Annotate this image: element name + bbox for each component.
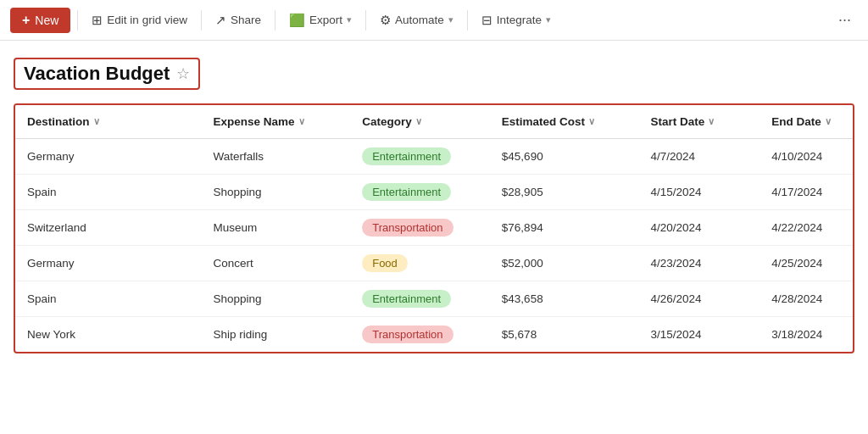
col-header-cost[interactable]: Estimated Cost ∨ [490, 105, 639, 139]
cell-expense: Waterfalls [202, 139, 351, 175]
col-header-start[interactable]: Start Date ∨ [638, 105, 760, 139]
end-col-label: End Date [771, 115, 821, 128]
title-row: Vacation Budget ☆ [14, 58, 854, 90]
cell-expense: Shopping [202, 281, 351, 317]
title-box: Vacation Budget ☆ [14, 58, 200, 90]
plus-icon: + [22, 13, 30, 28]
cell-expense: Shopping [202, 175, 351, 210]
expense-col-label: Expense Name [214, 115, 295, 128]
col-header-end[interactable]: End Date ∨ [760, 105, 853, 139]
start-sort-icon: ∨ [708, 116, 715, 127]
cell-destination: New York [15, 317, 202, 353]
cell-destination: Switzerland [15, 210, 202, 246]
data-table: Destination ∨ Expense Name ∨ Category [15, 105, 853, 352]
integrate-button[interactable]: ⊟ Integrate ▾ [475, 8, 558, 32]
cell-cost: $52,000 [490, 246, 639, 281]
table-row[interactable]: Germany Waterfalls Entertainment $45,690… [15, 139, 853, 175]
separator-4 [365, 10, 366, 31]
export-label: Export [309, 14, 342, 26]
col-header-expense[interactable]: Expense Name ∨ [202, 105, 351, 139]
category-badge: Transportation [362, 326, 453, 343]
toolbar: + New ⊞ Edit in grid view ↗ Share 🟩 Expo… [0, 0, 868, 41]
category-badge: Entertainment [362, 183, 451, 201]
col-header-destination[interactable]: Destination ∨ [15, 105, 202, 139]
integrate-label: Integrate [497, 14, 542, 26]
separator-5 [467, 10, 468, 31]
automate-button[interactable]: ⚙ Automate ▾ [373, 8, 460, 32]
cell-start: 4/15/2024 [638, 175, 760, 210]
table-header: Destination ∨ Expense Name ∨ Category [15, 105, 853, 139]
table-row[interactable]: New York Ship riding Transportation $5,6… [15, 317, 853, 353]
cell-category: Entertainment [350, 281, 490, 317]
cell-cost: $45,690 [490, 139, 639, 175]
new-button-label: New [35, 14, 58, 27]
share-label: Share [231, 14, 261, 26]
cell-end: 4/10/2024 [760, 139, 853, 175]
automate-label: Automate [395, 14, 444, 26]
category-badge: Food [362, 254, 408, 272]
destination-col-label: Destination [27, 115, 90, 128]
cell-category: Food [350, 246, 490, 281]
category-badge: Entertainment [362, 147, 451, 165]
page-content: Vacation Budget ☆ Destination ∨ Expense … [0, 41, 868, 353]
table-row[interactable]: Spain Shopping Entertainment $28,905 4/1… [15, 175, 853, 210]
export-icon: 🟩 [289, 13, 305, 28]
cell-end: 4/17/2024 [760, 175, 853, 210]
cell-end: 4/28/2024 [760, 281, 853, 317]
integrate-icon: ⊟ [481, 13, 492, 28]
separator-1 [77, 10, 78, 31]
separator-3 [275, 10, 275, 31]
header-row: Destination ∨ Expense Name ∨ Category [15, 105, 853, 139]
cell-start: 4/7/2024 [638, 139, 760, 175]
destination-sort-icon: ∨ [93, 116, 100, 127]
share-button[interactable]: ↗ Share [209, 8, 268, 32]
cost-col-label: Estimated Cost [502, 115, 585, 128]
category-sort-icon: ∨ [415, 116, 422, 127]
cell-destination: Spain [15, 281, 202, 317]
export-chevron-icon: ▾ [347, 14, 352, 25]
page-title: Vacation Budget [24, 63, 170, 85]
cell-end: 4/22/2024 [760, 210, 853, 246]
cost-sort-icon: ∨ [588, 116, 595, 127]
cell-destination: Germany [15, 246, 202, 281]
automate-icon: ⚙ [380, 13, 391, 28]
category-badge: Transportation [362, 219, 453, 236]
edit-grid-button[interactable]: ⊞ Edit in grid view [85, 8, 194, 32]
data-table-wrapper: Destination ∨ Expense Name ∨ Category [14, 103, 854, 353]
share-icon: ↗ [215, 13, 226, 28]
separator-2 [201, 10, 202, 31]
integrate-chevron-icon: ▾ [546, 14, 551, 25]
cell-destination: Germany [15, 139, 202, 175]
more-button[interactable]: ··· [832, 8, 858, 32]
table-row[interactable]: Spain Shopping Entertainment $43,658 4/2… [15, 281, 853, 317]
table-row[interactable]: Germany Concert Food $52,000 4/23/2024 4… [15, 246, 853, 281]
cell-cost: $5,678 [490, 317, 639, 353]
grid-icon: ⊞ [92, 13, 103, 28]
cell-cost: $76,894 [490, 210, 639, 246]
start-col-label: Start Date [650, 115, 704, 128]
cell-category: Entertainment [350, 139, 490, 175]
table-body: Germany Waterfalls Entertainment $45,690… [15, 139, 853, 353]
col-header-category[interactable]: Category ∨ [350, 105, 490, 139]
cell-category: Transportation [350, 317, 490, 353]
cell-expense: Ship riding [202, 317, 351, 353]
cell-category: Entertainment [350, 175, 490, 210]
new-button[interactable]: + New [10, 8, 70, 33]
expense-sort-icon: ∨ [298, 116, 305, 127]
cell-start: 4/20/2024 [638, 210, 760, 246]
cell-expense: Museum [202, 210, 351, 246]
cell-start: 3/15/2024 [638, 317, 760, 353]
cell-end: 3/18/2024 [760, 317, 853, 353]
cell-end: 4/25/2024 [760, 246, 853, 281]
edit-grid-label: Edit in grid view [107, 14, 187, 26]
cell-cost: $28,905 [490, 175, 639, 210]
export-button[interactable]: 🟩 Export ▾ [282, 8, 359, 32]
star-icon[interactable]: ☆ [176, 64, 190, 83]
end-sort-icon: ∨ [825, 116, 832, 127]
cell-cost: $43,658 [490, 281, 639, 317]
category-badge: Entertainment [362, 290, 451, 308]
category-col-label: Category [362, 115, 412, 128]
table-row[interactable]: Switzerland Museum Transportation $76,89… [15, 210, 853, 246]
cell-start: 4/23/2024 [638, 246, 760, 281]
cell-category: Transportation [350, 210, 490, 246]
